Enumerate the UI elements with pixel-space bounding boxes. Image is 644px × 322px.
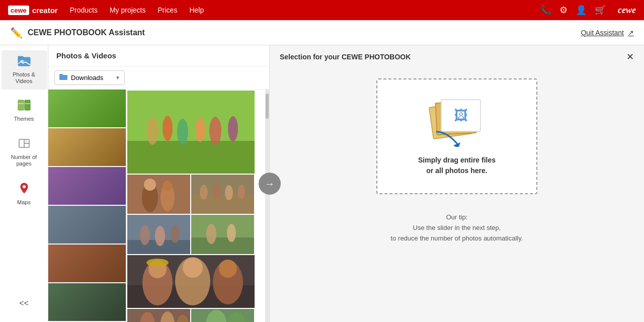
nav-help[interactable]: Help xyxy=(189,6,204,14)
selection-panel: Selection for your CEWE PHOTOBOOK ✕ 🖼 Si… xyxy=(270,45,644,322)
svg-point-35 xyxy=(171,225,180,243)
nav-my-projects[interactable]: My projects xyxy=(110,6,146,14)
svg-rect-1 xyxy=(18,56,23,58)
maps-icon xyxy=(18,182,31,197)
svg-point-15 xyxy=(163,116,173,141)
collapse-icon: << xyxy=(19,299,29,307)
phone-icon[interactable]: 📞 xyxy=(540,5,551,16)
thumb-item[interactable] xyxy=(48,283,126,321)
top-nav: cewe creator Products My projects Prices… xyxy=(0,0,644,20)
nav-products[interactable]: Products xyxy=(70,6,98,14)
svg-point-18 xyxy=(209,117,221,145)
thumb-item[interactable] xyxy=(48,206,126,244)
drop-text-line2: or all photos here. xyxy=(426,167,487,175)
scrollbar-track xyxy=(265,90,269,322)
cewe-logo-icon: cewe xyxy=(8,6,29,15)
sidebar-item-maps[interactable]: Maps xyxy=(2,177,47,211)
nav-links: Products My projects Prices Help xyxy=(70,6,528,14)
thumb-item[interactable] xyxy=(48,90,126,127)
tip-section: Our tip: Use the slider in the next step… xyxy=(270,204,644,252)
photo-row-2 xyxy=(127,175,268,214)
photos-main-grid xyxy=(126,90,269,322)
number-of-pages-icon: + xyxy=(18,138,31,152)
svg-point-23 xyxy=(144,179,156,191)
svg-point-29 xyxy=(225,185,233,200)
svg-point-16 xyxy=(177,119,188,145)
left-sidebar: Photos & Videos Themes + xyxy=(0,45,48,322)
drop-zone[interactable]: 🖼 Simply drag entire files or all photos… xyxy=(376,78,537,194)
gear-icon[interactable]: ⚙ xyxy=(559,5,568,16)
svg-point-14 xyxy=(146,117,158,145)
svg-rect-13 xyxy=(127,141,255,174)
sidebar-pages-label: Number of pages xyxy=(6,154,43,167)
selection-title-text: Selection for your CEWE PHOTOBOOK xyxy=(280,53,411,61)
photo-row-1[interactable] xyxy=(127,91,255,174)
svg-rect-26 xyxy=(191,195,254,214)
photos-grid-inner xyxy=(127,91,268,322)
photos-content xyxy=(48,90,269,322)
close-panel-button[interactable]: ✕ xyxy=(626,51,634,62)
folder-name: Downloads xyxy=(71,74,103,82)
svg-point-33 xyxy=(140,225,150,245)
magic-wand-icon: ✏️ xyxy=(10,27,23,39)
thumb-item[interactable] xyxy=(48,167,126,205)
photo-row-3-right[interactable] xyxy=(191,215,254,254)
photos-panel-toolbar: Downloads ▼ xyxy=(48,66,269,90)
drop-zone-illustration: 🖼 xyxy=(427,97,487,147)
arrow-right-icon: → xyxy=(265,178,275,190)
creator-text: creator xyxy=(32,6,58,15)
assistant-header: ✏️ CEWE PHOTOBOOK Assistant Quit Assista… xyxy=(0,20,644,45)
svg-point-17 xyxy=(195,118,205,142)
nav-icon-group: 📞 ⚙ 👤 🛒 cewe xyxy=(540,5,636,16)
photo-row-5 xyxy=(127,309,268,322)
quit-assistant-button[interactable]: Quit Assistant ↗ xyxy=(581,29,634,37)
user-icon[interactable]: 👤 xyxy=(576,5,587,16)
nav-prices[interactable]: Prices xyxy=(158,6,178,14)
thumbnail-sidebar xyxy=(48,90,126,322)
cart-icon[interactable]: 🛒 xyxy=(595,5,606,16)
brand-logo[interactable]: cewe creator xyxy=(8,6,58,15)
photos-panel-header: Photos & Videos xyxy=(48,45,269,66)
svg-text:+: + xyxy=(25,139,27,143)
sidebar-item-number-of-pages[interactable]: + Number of pages xyxy=(2,133,47,172)
photo-row-5-left[interactable] xyxy=(127,309,190,322)
sidebar-item-photos-videos[interactable]: Photos & Videos xyxy=(2,50,47,90)
assistant-title-text: CEWE PHOTOBOOK Assistant xyxy=(28,28,145,37)
svg-point-19 xyxy=(228,116,238,141)
sidebar-collapse-button[interactable]: << xyxy=(15,295,33,312)
photos-videos-icon xyxy=(18,55,31,69)
selection-panel-header: Selection for your CEWE PHOTOBOOK ✕ xyxy=(270,45,644,68)
cewe-logo-right: cewe xyxy=(618,5,636,16)
thumb-item[interactable] xyxy=(48,245,126,282)
photo-row-4[interactable] xyxy=(127,255,255,308)
svg-point-11 xyxy=(23,185,26,188)
exit-icon: ↗ xyxy=(628,29,634,37)
svg-rect-3 xyxy=(18,100,24,110)
svg-point-24 xyxy=(163,181,173,191)
folder-select-dropdown[interactable]: Downloads ▼ xyxy=(54,70,125,85)
quit-label: Quit Assistant xyxy=(581,29,624,37)
photo-row-2-left[interactable] xyxy=(127,175,190,214)
photo-row-5-right[interactable] xyxy=(191,309,254,322)
svg-point-47 xyxy=(219,260,237,278)
scrollbar-thumb[interactable] xyxy=(266,94,269,119)
thumb-item[interactable] xyxy=(48,128,126,166)
drop-text-line1: Simply drag entire files xyxy=(418,156,496,164)
forward-arrow-button[interactable]: → xyxy=(259,173,281,195)
themes-icon xyxy=(18,100,31,114)
assistant-title-group: ✏️ CEWE PHOTOBOOK Assistant xyxy=(10,27,145,39)
tip-line1: Use the slider in the next step, xyxy=(413,224,501,231)
folder-icon xyxy=(59,73,68,83)
photo-row-3-left[interactable] xyxy=(127,215,190,254)
svg-rect-0 xyxy=(18,57,30,66)
sidebar-item-themes[interactable]: Themes xyxy=(2,95,47,127)
photo-row-3 xyxy=(127,215,268,254)
svg-point-27 xyxy=(200,185,208,200)
tip-title: Our tip: xyxy=(446,213,468,221)
photos-panel-title: Photos & Videos xyxy=(56,51,116,60)
svg-rect-4 xyxy=(25,100,30,110)
photo-row-2-right[interactable] xyxy=(191,175,254,214)
svg-point-39 xyxy=(227,224,236,242)
drop-text: Simply drag entire files or all photos h… xyxy=(418,155,496,176)
sidebar-maps-label: Maps xyxy=(17,199,31,206)
